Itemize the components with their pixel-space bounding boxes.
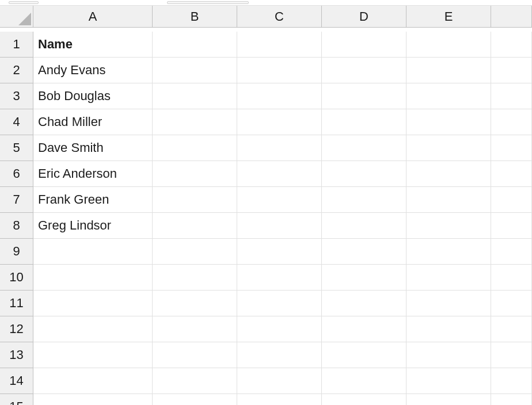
cell-C15[interactable] xyxy=(237,394,322,405)
cell-D9[interactable] xyxy=(322,239,406,265)
cell-B1[interactable] xyxy=(153,32,237,58)
cell-C2[interactable] xyxy=(237,58,322,83)
cell-F15[interactable] xyxy=(491,394,532,405)
row-header-4[interactable]: 4 xyxy=(0,109,33,135)
cell-D6[interactable] xyxy=(322,161,406,187)
cell-B14[interactable] xyxy=(153,368,237,394)
cell-B12[interactable] xyxy=(153,316,237,342)
cell-F4[interactable] xyxy=(491,109,532,135)
cell-B4[interactable] xyxy=(153,109,237,135)
row-header-12[interactable]: 12 xyxy=(0,316,33,342)
row-header-7[interactable]: 7 xyxy=(0,187,33,213)
cell-D12[interactable] xyxy=(322,316,406,342)
cell-A7[interactable]: Frank Green xyxy=(33,187,153,213)
cell-C1[interactable] xyxy=(237,32,322,58)
cell-C14[interactable] xyxy=(237,368,322,394)
cell-F9[interactable] xyxy=(491,239,532,265)
cell-C10[interactable] xyxy=(237,265,322,291)
cell-E2[interactable] xyxy=(406,58,491,83)
cell-D10[interactable] xyxy=(322,265,406,291)
cell-A8[interactable]: Greg Lindsor xyxy=(33,213,153,239)
cell-E4[interactable] xyxy=(406,109,491,135)
cell-E11[interactable] xyxy=(406,291,491,316)
cell-D13[interactable] xyxy=(322,342,406,368)
cell-C12[interactable] xyxy=(237,316,322,342)
cell-B13[interactable] xyxy=(153,342,237,368)
cell-C13[interactable] xyxy=(237,342,322,368)
cell-E3[interactable] xyxy=(406,83,491,109)
cell-B2[interactable] xyxy=(153,58,237,83)
row-header-5[interactable]: 5 xyxy=(0,135,33,161)
cell-D2[interactable] xyxy=(322,58,406,83)
row-header-8[interactable]: 8 xyxy=(0,213,33,239)
column-header-D[interactable]: D xyxy=(322,6,406,28)
row-header-15[interactable]: 15 xyxy=(0,394,33,405)
cell-D3[interactable] xyxy=(322,83,406,109)
cell-A5[interactable]: Dave Smith xyxy=(33,135,153,161)
cell-D8[interactable] xyxy=(322,213,406,239)
cell-D11[interactable] xyxy=(322,291,406,316)
cell-E1[interactable] xyxy=(406,32,491,58)
cell-A13[interactable] xyxy=(33,342,153,368)
column-header-E[interactable]: E xyxy=(406,6,491,28)
cell-D15[interactable] xyxy=(322,394,406,405)
cell-C5[interactable] xyxy=(237,135,322,161)
cell-C9[interactable] xyxy=(237,239,322,265)
cell-F6[interactable] xyxy=(491,161,532,187)
cell-C6[interactable] xyxy=(237,161,322,187)
cell-D7[interactable] xyxy=(322,187,406,213)
cell-A3[interactable]: Bob Douglas xyxy=(33,83,153,109)
cell-F13[interactable] xyxy=(491,342,532,368)
cell-F14[interactable] xyxy=(491,368,532,394)
cell-B7[interactable] xyxy=(153,187,237,213)
cell-B15[interactable] xyxy=(153,394,237,405)
cell-B10[interactable] xyxy=(153,265,237,291)
row-header-13[interactable]: 13 xyxy=(0,342,33,368)
cell-F1[interactable] xyxy=(491,32,532,58)
cell-B3[interactable] xyxy=(153,83,237,109)
cell-A15[interactable] xyxy=(33,394,153,405)
cell-A6[interactable]: Eric Anderson xyxy=(33,161,153,187)
cell-D5[interactable] xyxy=(322,135,406,161)
column-header-A[interactable]: A xyxy=(33,6,153,28)
cell-E8[interactable] xyxy=(406,213,491,239)
cell-F7[interactable] xyxy=(491,187,532,213)
cell-A2[interactable]: Andy Evans xyxy=(33,58,153,83)
row-header-2[interactable]: 2 xyxy=(0,58,33,83)
select-all-corner[interactable] xyxy=(0,6,33,28)
cell-E5[interactable] xyxy=(406,135,491,161)
cell-F12[interactable] xyxy=(491,316,532,342)
column-header-C[interactable]: C xyxy=(237,6,322,28)
cell-A12[interactable] xyxy=(33,316,153,342)
cell-A9[interactable] xyxy=(33,239,153,265)
cell-C3[interactable] xyxy=(237,83,322,109)
column-header-B[interactable]: B xyxy=(153,6,237,28)
cell-C11[interactable] xyxy=(237,291,322,316)
row-header-1[interactable]: 1 xyxy=(0,32,33,58)
cell-A10[interactable] xyxy=(33,265,153,291)
cell-E7[interactable] xyxy=(406,187,491,213)
cell-C7[interactable] xyxy=(237,187,322,213)
cell-C4[interactable] xyxy=(237,109,322,135)
cell-E6[interactable] xyxy=(406,161,491,187)
cell-B6[interactable] xyxy=(153,161,237,187)
cell-A14[interactable] xyxy=(33,368,153,394)
row-header-9[interactable]: 9 xyxy=(0,239,33,265)
cell-F5[interactable] xyxy=(491,135,532,161)
cell-E10[interactable] xyxy=(406,265,491,291)
column-header-partial[interactable] xyxy=(491,6,532,28)
cell-A4[interactable]: Chad Miller xyxy=(33,109,153,135)
cell-F10[interactable] xyxy=(491,265,532,291)
cell-D14[interactable] xyxy=(322,368,406,394)
cell-A11[interactable] xyxy=(33,291,153,316)
cell-F11[interactable] xyxy=(491,291,532,316)
cell-E15[interactable] xyxy=(406,394,491,405)
cell-F2[interactable] xyxy=(491,58,532,83)
cell-D4[interactable] xyxy=(322,109,406,135)
row-header-11[interactable]: 11 xyxy=(0,291,33,316)
cell-A1[interactable]: Name xyxy=(33,32,153,58)
cell-B8[interactable] xyxy=(153,213,237,239)
cell-B11[interactable] xyxy=(153,291,237,316)
row-header-3[interactable]: 3 xyxy=(0,83,33,109)
cell-E12[interactable] xyxy=(406,316,491,342)
